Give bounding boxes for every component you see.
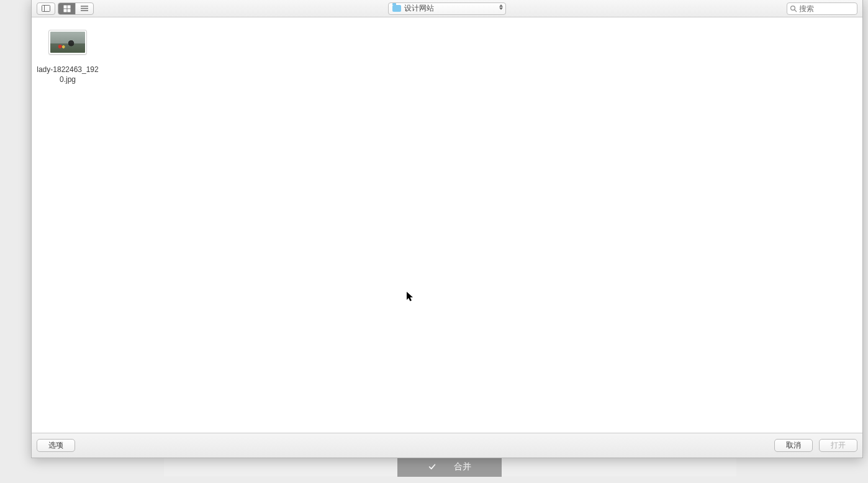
cancel-button-label: 取消 <box>786 440 801 451</box>
dialog-bottom-bar: 选项 取消 打开 <box>32 433 862 458</box>
file-item[interactable]: lady-1822463_1920.jpg <box>37 30 99 84</box>
search-icon <box>790 5 797 12</box>
svg-rect-0 <box>42 6 50 12</box>
file-thumbnail-image <box>50 32 85 53</box>
list-icon <box>80 5 89 12</box>
sidebar-toggle-group <box>37 2 55 15</box>
search-input[interactable] <box>799 4 868 13</box>
background-toolbar-left <box>164 457 397 476</box>
merge-button-label: 合并 <box>454 461 471 472</box>
svg-rect-5 <box>68 9 70 12</box>
options-button[interactable]: 选项 <box>37 439 75 452</box>
svg-rect-2 <box>64 6 66 8</box>
svg-line-10 <box>795 9 797 11</box>
icon-view-button[interactable] <box>58 3 76 14</box>
folder-name-label: 设计网站 <box>404 3 434 14</box>
merge-button-background: 合并 <box>397 456 502 477</box>
file-open-dialog: 设计网站 lady-1822463_1920.jpg 选项 取消 打开 <box>31 0 863 458</box>
file-browser-area[interactable]: lady-1822463_1920.jpg <box>32 17 862 433</box>
grid-icon <box>63 5 71 12</box>
dialog-toolbar: 设计网站 <box>32 0 862 17</box>
background-toolbar-right <box>502 457 736 476</box>
options-button-label: 选项 <box>48 440 63 451</box>
svg-rect-3 <box>68 6 70 8</box>
folder-icon <box>392 5 401 12</box>
list-view-button[interactable] <box>76 3 93 14</box>
svg-rect-4 <box>64 9 66 12</box>
updown-caret-icon <box>499 4 503 10</box>
checkmark-icon <box>428 463 436 471</box>
open-button[interactable]: 打开 <box>819 439 857 452</box>
sidebar-icon <box>42 5 50 12</box>
view-controls <box>37 2 94 15</box>
view-mode-group <box>58 2 94 15</box>
file-thumbnail-frame <box>48 30 87 55</box>
folder-path-popup[interactable]: 设计网站 <box>388 2 506 15</box>
cancel-button[interactable]: 取消 <box>774 439 813 452</box>
search-field-wrap[interactable] <box>787 2 857 15</box>
file-name-label: lady-1822463_1920.jpg <box>37 65 99 84</box>
sidebar-toggle-button[interactable] <box>37 3 55 14</box>
open-button-label: 打开 <box>831 440 846 451</box>
svg-point-9 <box>791 6 795 10</box>
